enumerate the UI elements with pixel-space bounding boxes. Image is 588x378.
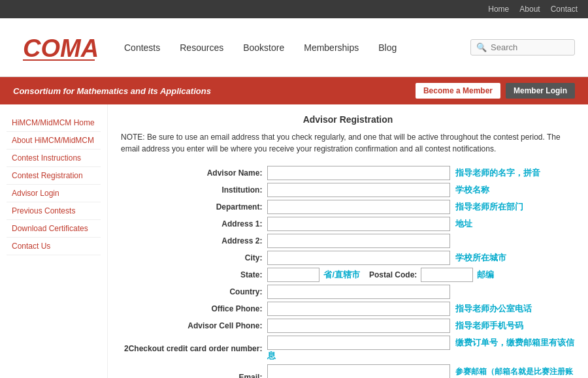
advisor-name-hint: 指导老师的名字，拼音 xyxy=(455,168,540,178)
advisor-name-input[interactable] xyxy=(267,166,450,180)
sidebar-item-contact-us[interactable]: Contact Us xyxy=(7,238,101,255)
search-input[interactable] xyxy=(491,42,569,52)
office-phone-cell: 指导老师办公室电话 xyxy=(267,300,575,317)
department-label: Department: xyxy=(121,198,267,215)
city-input[interactable] xyxy=(267,251,450,265)
postal-code-label: Postal Code: xyxy=(369,270,417,279)
banner-buttons: Become a Member Member Login xyxy=(416,83,575,99)
country-cell xyxy=(267,283,575,300)
search-box: 🔍 xyxy=(470,39,575,55)
address2-cell xyxy=(267,232,575,249)
sidebar-item-about-himcm[interactable]: About HiMCM/MidMCM xyxy=(7,132,101,150)
main-form: Advisor Registration NOTE: Be sure to us… xyxy=(108,104,588,378)
sidebar-item-himcm-home[interactable]: HiMCM/MidMCM Home xyxy=(7,114,101,132)
search-icon: 🔍 xyxy=(476,42,487,52)
state-input[interactable] xyxy=(267,268,319,282)
checkout-label: 2Checkout credit card order number: xyxy=(121,334,267,363)
address1-hint: 地址 xyxy=(455,219,472,228)
svg-text:COMAP: COMAP xyxy=(23,35,98,62)
checkout-input[interactable] xyxy=(267,336,450,350)
nav-contests[interactable]: Contests xyxy=(124,42,160,53)
state-hint: 省/直辖市 xyxy=(323,269,360,281)
form-note: NOTE: Be sure to use an email address th… xyxy=(121,131,575,155)
city-hint: 学校所在城市 xyxy=(455,253,506,262)
email-label: Email: xyxy=(121,363,267,378)
address1-label: Address 1: xyxy=(121,215,267,232)
nav-memberships[interactable]: Memberships xyxy=(304,42,359,53)
office-phone-input[interactable] xyxy=(267,302,450,316)
cell-phone-cell: 指导老师手机号码 xyxy=(267,317,575,334)
sidebar-item-advisor-login[interactable]: Advisor Login xyxy=(7,185,101,202)
postal-hint: 邮编 xyxy=(477,269,494,281)
email-cell: 参赛邮箱（邮箱名就是比赛注册账户） xyxy=(267,363,575,378)
content-area: HiMCM/MidMCM Home About HiMCM/MidMCM Con… xyxy=(0,104,588,378)
form-title: Advisor Registration xyxy=(121,114,575,125)
institution-label: Institution: xyxy=(121,181,267,198)
topbar-home-link[interactable]: Home xyxy=(488,5,509,14)
country-label: Country: xyxy=(121,283,267,300)
office-phone-label: Office Phone: xyxy=(121,300,267,317)
sidebar: HiMCM/MidMCM Home About HiMCM/MidMCM Con… xyxy=(0,104,108,378)
become-member-button[interactable]: Become a Member xyxy=(416,83,500,99)
registration-form: Advisor Name: 指导老师的名字，拼音 Institution: 学校… xyxy=(121,165,575,378)
institution-input[interactable] xyxy=(267,183,450,197)
nav-blog[interactable]: Blog xyxy=(378,42,397,53)
cell-phone-label: Advisor Cell Phone: xyxy=(121,317,267,334)
topbar-about-link[interactable]: About xyxy=(519,5,540,14)
cell-phone-input[interactable] xyxy=(267,319,450,333)
department-cell: 指导老师所在部门 xyxy=(267,198,575,215)
state-cell: 省/直辖市 Postal Code: 邮编 xyxy=(267,266,575,283)
address2-label: Address 2: xyxy=(121,232,267,249)
city-cell: 学校所在城市 xyxy=(267,249,575,266)
checkout-cell: 缴费订单号，缴费邮箱里有该信息 xyxy=(267,334,575,363)
department-hint: 指导老师所在部门 xyxy=(455,202,523,212)
email-input[interactable] xyxy=(267,364,450,378)
sidebar-item-contest-instructions[interactable]: Contest Instructions xyxy=(7,150,101,167)
topbar-contact-link[interactable]: Contact xyxy=(551,5,578,14)
address2-input[interactable] xyxy=(267,234,450,248)
logo-svg: COMAP xyxy=(20,29,98,65)
member-login-button[interactable]: Member Login xyxy=(506,83,575,99)
top-bar: Home About Contact xyxy=(0,0,588,18)
cell-phone-hint: 指导老师手机号码 xyxy=(455,321,523,330)
address1-cell: 地址 xyxy=(267,215,575,232)
sidebar-item-previous-contests[interactable]: Previous Contests xyxy=(7,202,101,220)
institution-cell: 学校名称 xyxy=(267,181,575,198)
office-phone-hint: 指导老师办公室电话 xyxy=(455,304,532,313)
advisor-name-label: Advisor Name: xyxy=(121,165,267,181)
institution-hint: 学校名称 xyxy=(455,185,489,195)
sidebar-item-contest-registration[interactable]: Contest Registration xyxy=(7,167,101,185)
advisor-name-cell: 指导老师的名字，拼音 xyxy=(267,165,575,181)
department-input[interactable] xyxy=(267,200,450,214)
red-banner: Consortium for Mathematics and its Appli… xyxy=(0,77,588,104)
city-label: City: xyxy=(121,249,267,266)
sidebar-item-download-certificates[interactable]: Download Certificates xyxy=(7,220,101,238)
logo[interactable]: COMAP xyxy=(13,26,105,69)
country-input[interactable] xyxy=(267,285,450,299)
nav-links: Contests Resources Bookstore Memberships… xyxy=(124,42,470,53)
nav-resources[interactable]: Resources xyxy=(180,42,223,53)
postal-input[interactable] xyxy=(421,268,473,282)
nav-bookstore[interactable]: Bookstore xyxy=(243,42,284,53)
main-nav: COMAP Contests Resources Bookstore Membe… xyxy=(0,18,588,77)
state-label: State: xyxy=(121,266,267,283)
banner-tagline: Consortium for Mathematics and its Appli… xyxy=(13,86,211,96)
address1-input[interactable] xyxy=(267,217,450,231)
